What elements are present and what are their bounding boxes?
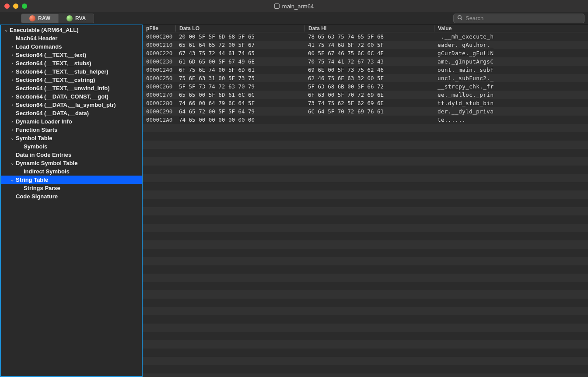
disclosure-triangle-icon[interactable]: › — [10, 119, 15, 124]
hex-row-empty — [143, 157, 588, 166]
tree-item-label: Section64 (__DATA,__data) — [16, 110, 89, 116]
disclosure-triangle-icon[interactable]: › — [10, 44, 15, 49]
hex-row[interactable]: 0000C27065 65 00 5F 6D 61 6C 6C6F 63 00 … — [143, 91, 588, 99]
hex-row-empty — [143, 257, 588, 265]
hex-row-empty — [143, 290, 588, 299]
document-icon — [274, 4, 280, 9]
column-header-data-lo[interactable]: Data LO — [175, 25, 304, 32]
hex-row-empty — [143, 174, 588, 182]
hex-row-empty — [143, 373, 588, 377]
hex-column-headers: pFile Data LO Data HI Value — [143, 25, 588, 32]
tree-item[interactable]: ›Load Commands — [1, 42, 142, 51]
disclosure-triangle-icon[interactable]: › — [10, 127, 15, 132]
hex-data-hi: 73 74 75 62 5F 62 69 6E — [304, 100, 434, 106]
close-window-button[interactable] — [4, 4, 10, 9]
tree-item-label: Code Signature — [16, 193, 58, 200]
tree-item[interactable]: Section64 (__TEXT,__unwind_info) — [1, 84, 142, 92]
disclosure-triangle-icon[interactable]: › — [10, 61, 15, 66]
hex-data-hi: 6F 63 00 5F 70 72 69 6E — [304, 92, 434, 98]
hex-row[interactable]: 0000C23061 6D 65 00 5F 67 49 6E70 75 74 … — [143, 57, 588, 66]
tree-item[interactable]: Symbols — [1, 142, 142, 151]
tree-item[interactable]: ⌄String Table — [1, 176, 142, 184]
disclosure-triangle-icon[interactable]: › — [10, 102, 15, 107]
hex-row[interactable]: 0000C21065 61 64 65 72 00 5F 6741 75 74 … — [143, 41, 588, 49]
hex-rows[interactable]: 0000C20020 00 5F 5F 6D 68 5F 6578 65 63 … — [143, 32, 588, 377]
hex-row-empty — [143, 199, 588, 207]
hex-row[interactable]: 0000C29064 65 72 00 5F 5F 64 796C 64 5F … — [143, 107, 588, 116]
hex-data-lo: 6F 75 6E 74 00 5F 6D 61 — [175, 67, 304, 73]
hex-ascii: unc1._subFunc2._ — [434, 75, 588, 81]
tree-item-label: Section64 (__TEXT,__stub_helper) — [16, 68, 108, 75]
tree-item[interactable]: Section64 (__DATA,__data) — [1, 109, 142, 117]
hex-ascii: te...... — [434, 116, 588, 123]
disclosure-triangle-icon[interactable]: ⌄ — [10, 161, 15, 166]
hex-data-lo: 67 43 75 72 44 61 74 65 — [175, 50, 304, 56]
window-title: main_arm64 — [274, 3, 314, 10]
tree-item[interactable]: ›Section64 (__TEXT,__stub_helper) — [1, 67, 142, 76]
column-header-value[interactable]: Value — [434, 25, 588, 32]
tree-item[interactable]: Strings Parse — [1, 184, 142, 192]
tree-item-label: Mach64 Header — [16, 35, 57, 42]
hex-row-empty — [143, 249, 588, 257]
tree-item[interactable]: Indirect Symbols — [1, 167, 142, 176]
hex-data-lo: 5F 5F 73 74 72 63 70 79 — [175, 83, 304, 90]
disclosure-triangle-icon[interactable]: ⌄ — [10, 177, 15, 182]
raw-view-button[interactable]: RAW — [21, 14, 59, 23]
hex-row[interactable]: 0000C22067 43 75 72 44 61 74 6500 5F 67 … — [143, 49, 588, 57]
minimize-window-button[interactable] — [13, 4, 18, 9]
tree-item[interactable]: Data in Code Entries — [1, 151, 142, 159]
disclosure-triangle-icon[interactable]: › — [10, 78, 15, 82]
tree-item[interactable]: Code Signature — [1, 192, 142, 201]
tree-item-label: Section64 (__TEXT,__unwind_info) — [16, 85, 110, 92]
hex-row[interactable]: 0000C25075 6E 63 31 00 5F 73 7562 46 75 … — [143, 74, 588, 82]
hex-row-empty — [143, 132, 588, 141]
tree-item[interactable]: ⌄Symbol Table — [1, 134, 142, 142]
toolbar: RAW RVA — [0, 12, 588, 25]
hex-data-lo: 64 65 72 00 5F 5F 64 79 — [175, 108, 304, 115]
hex-row[interactable]: 0000C2605F 5F 73 74 72 63 70 795F 63 68 … — [143, 82, 588, 91]
disclosure-triangle-icon[interactable]: ⌄ — [4, 28, 9, 32]
tree-item[interactable]: ›Section64 (__TEXT,__text) — [1, 51, 142, 59]
hex-ascii: ame._gInputArgsC — [434, 58, 588, 65]
search-field-wrap[interactable] — [453, 14, 584, 23]
tree-item-label: Executable (ARM64_ALL) — [10, 27, 78, 33]
hex-row[interactable]: 0000C2A074 65 00 00 00 00 00 00te...... — [143, 116, 588, 124]
title-bar: main_arm64 — [0, 0, 588, 12]
hex-data-hi: 70 75 74 41 72 67 73 43 — [304, 58, 434, 65]
tree-item[interactable]: ⌄Dynamic Symbol Table — [1, 159, 142, 167]
hex-ascii: der.__dyld_priva — [434, 108, 588, 115]
rva-view-button[interactable]: RVA — [59, 14, 94, 23]
disclosure-triangle-icon[interactable]: › — [10, 53, 15, 57]
column-header-data-hi[interactable]: Data HI — [304, 25, 434, 32]
hex-data-lo: 75 6E 63 31 00 5F 73 75 — [175, 75, 304, 81]
tree-item[interactable]: ›Section64 (__TEXT,__cstring) — [1, 76, 142, 84]
disclosure-triangle-icon[interactable]: › — [10, 69, 15, 74]
column-header-pfile[interactable]: pFile — [143, 25, 175, 32]
hex-row-empty — [143, 207, 588, 215]
hex-row-empty — [143, 166, 588, 174]
view-mode-segmented: RAW RVA — [21, 14, 94, 23]
maximize-window-button[interactable] — [22, 4, 27, 9]
tree-item[interactable]: ›Section64 (__TEXT,__stubs) — [1, 59, 142, 67]
hex-offset: 0000C240 — [143, 67, 175, 73]
disclosure-triangle-icon[interactable]: ⌄ — [10, 136, 15, 141]
hex-row-empty — [143, 141, 588, 149]
hex-offset: 0000C230 — [143, 58, 175, 65]
hex-row[interactable]: 0000C20020 00 5F 5F 6D 68 5F 6578 65 63 … — [143, 32, 588, 41]
hex-row[interactable]: 0000C28074 66 00 64 79 6C 64 5F73 74 75 … — [143, 99, 588, 107]
window-controls — [4, 4, 27, 9]
hex-row[interactable]: 0000C2406F 75 6E 74 00 5F 6D 6169 6E 00 … — [143, 66, 588, 74]
tree-item[interactable]: ›Function Starts — [1, 126, 142, 134]
tree-item[interactable]: Mach64 Header — [1, 34, 142, 42]
disclosure-triangle-icon[interactable]: › — [10, 94, 15, 99]
search-input[interactable] — [466, 15, 581, 21]
hex-offset: 0000C260 — [143, 83, 175, 90]
mach-o-structure-tree[interactable]: ⌄Executable (ARM64_ALL) Mach64 Header›Lo… — [0, 25, 143, 377]
hex-row-empty — [143, 149, 588, 157]
tree-item[interactable]: ›Section64 (__DATA_CONST,__got) — [1, 92, 142, 101]
tree-item[interactable]: ›Section64 (__DATA,__la_symbol_ptr) — [1, 101, 142, 109]
tree-item[interactable]: ⌄Executable (ARM64_ALL) — [1, 26, 142, 34]
hex-row-empty — [143, 240, 588, 249]
rva-view-label: RVA — [75, 15, 86, 21]
tree-item[interactable]: ›Dynamic Loader Info — [1, 117, 142, 126]
